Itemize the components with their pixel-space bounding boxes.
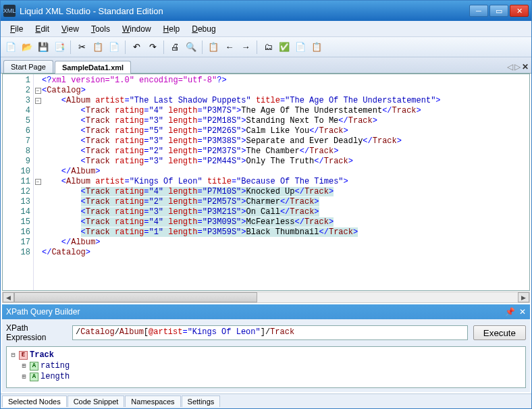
fold-gutter[interactable]: −−− — [34, 74, 42, 290]
line-number-gutter: 123456789101112131415161718 — [3, 74, 34, 290]
bottom-tab[interactable]: Selected Nodes — [2, 396, 67, 407]
menu-help[interactable]: Help — [158, 23, 186, 35]
app-icon: XML — [3, 5, 16, 17]
toolbar-button[interactable]: 📄 — [3, 40, 18, 55]
toolbar-button[interactable]: 🗂 — [261, 40, 275, 55]
toolbar-button[interactable]: 🔍 — [184, 40, 198, 55]
toolbar-button[interactable]: ↶ — [129, 40, 144, 55]
toolbar-button[interactable]: 📋 — [90, 40, 105, 55]
menu-debug[interactable]: Debug — [186, 23, 221, 35]
horizontal-scrollbar[interactable]: ◀ ▶ — [2, 292, 530, 303]
minimize-button[interactable]: ─ — [469, 5, 488, 17]
toolbar-button[interactable]: 📂 — [20, 40, 34, 55]
scroll-right-icon[interactable]: ▶ — [518, 292, 529, 302]
close-button[interactable]: ✕ — [510, 5, 529, 17]
menu-window[interactable]: Window — [117, 23, 157, 35]
tree-node[interactable]: ⊟ETrack — [9, 350, 523, 360]
toolbar-button[interactable]: ↷ — [145, 40, 160, 55]
menu-tools[interactable]: Tools — [86, 23, 115, 35]
bottom-tab[interactable]: Code Snippet — [68, 396, 125, 407]
bottom-tab-bar: Selected NodesCode SnippetNamespacesSett… — [1, 393, 531, 408]
xpath-panel: XPath Query Builder 📌 ✕ XPath Expression… — [2, 304, 530, 392]
menu-file[interactable]: File — [5, 23, 28, 35]
tab-close-icon[interactable]: ✕ — [522, 62, 529, 72]
xpath-label: XPath Expression — [6, 323, 67, 342]
bottom-tab[interactable]: Settings — [182, 396, 221, 407]
toolbar-button[interactable]: 📑 — [52, 40, 67, 55]
toolbar-button[interactable]: ✅ — [277, 40, 292, 55]
menu-view[interactable]: View — [56, 23, 84, 35]
toolbar-button[interactable]: 📄 — [107, 40, 122, 55]
bottom-tab[interactable]: Namespaces — [125, 396, 180, 407]
tab-prev-icon[interactable]: ◁ — [507, 62, 513, 72]
toolbar-button[interactable]: 🖨 — [167, 40, 182, 55]
toolbar-button[interactable]: 📋 — [206, 40, 221, 55]
code-editor[interactable]: 123456789101112131415161718 −−− <?xml ve… — [2, 74, 530, 291]
result-tree[interactable]: ⊟ETrack⊞Arating⊞Alength — [6, 346, 526, 388]
scrollbar-thumb[interactable] — [14, 292, 257, 302]
tree-node[interactable]: ⊞Arating — [9, 360, 523, 371]
toolbar-button[interactable]: 💾 — [36, 40, 51, 55]
tab-sampledata1[interactable]: SampleData1.xml — [55, 61, 131, 74]
window-titlebar: XML Liquid XML Studio - Standard Edition… — [1, 1, 531, 21]
execute-button[interactable]: Execute — [473, 325, 526, 340]
xpath-input[interactable]: /Catalog/Album[@artist="Kings Of Leon"]/… — [72, 325, 468, 340]
document-tab-bar: Start Page SampleData1.xml ◁ ▷ ✕ — [1, 57, 531, 74]
toolbar: 📄📂💾📑✂📋📄↶↷🖨🔍📋←→🗂✅📄📋 — [1, 37, 531, 57]
tab-next-icon[interactable]: ▷ — [514, 62, 521, 72]
panel-close-icon[interactable]: ✕ — [519, 307, 526, 317]
window-title: Liquid XML Studio - Standard Edition — [20, 6, 469, 16]
tab-start-page[interactable]: Start Page — [3, 60, 53, 73]
toolbar-button[interactable]: 📋 — [309, 40, 324, 55]
code-area[interactable]: <?xml version="1.0" encoding="utf-8"?><C… — [42, 74, 529, 290]
toolbar-button[interactable]: → — [238, 40, 253, 55]
maximize-button[interactable]: ▭ — [489, 5, 508, 17]
scroll-left-icon[interactable]: ◀ — [3, 292, 14, 302]
pin-icon[interactable]: 📌 — [505, 307, 515, 317]
tree-node[interactable]: ⊞Alength — [9, 371, 523, 382]
menu-bar: File Edit View Tools Window Help Debug — [1, 21, 531, 37]
toolbar-button[interactable]: ← — [222, 40, 237, 55]
toolbar-button[interactable]: 📄 — [293, 40, 308, 55]
xpath-panel-title: XPath Query Builder — [6, 307, 80, 317]
menu-edit[interactable]: Edit — [30, 23, 55, 35]
toolbar-button[interactable]: ✂ — [74, 40, 89, 55]
